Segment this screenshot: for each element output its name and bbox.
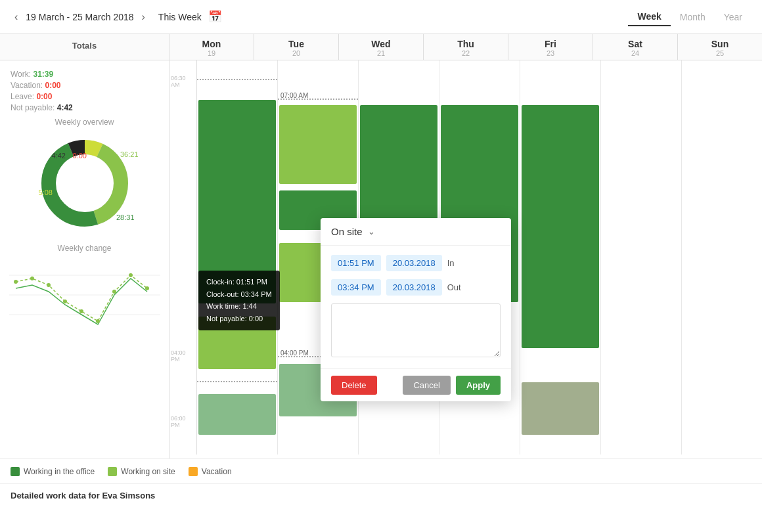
svg-point-15 bbox=[129, 273, 133, 277]
svg-point-16 bbox=[145, 286, 149, 290]
donut-chart: 36:21 28:31 5:08 4:42 0:00 bbox=[32, 131, 137, 236]
day-col-sat bbox=[601, 60, 682, 454]
mon-block-3[interactable] bbox=[198, 394, 276, 435]
svg-point-12 bbox=[79, 309, 83, 313]
day-col-sun bbox=[682, 60, 762, 454]
donut-label-28: 28:31 bbox=[116, 213, 135, 221]
popup-row-1: 01:51 PM 20.03.2018 In bbox=[331, 255, 501, 271]
mon-block-2[interactable] bbox=[198, 317, 276, 369]
day-header-sat: Sat 24 bbox=[593, 34, 678, 60]
popup-title: On site bbox=[331, 226, 363, 237]
day-num-mon: 19 bbox=[169, 49, 254, 57]
svg-point-13 bbox=[96, 319, 100, 323]
time-label-pm2: PM bbox=[171, 422, 180, 428]
legend-office: Working in the office bbox=[11, 467, 95, 476]
weekly-overview-title: Weekly overview bbox=[0, 118, 169, 127]
popup-notes[interactable] bbox=[331, 303, 501, 357]
legend-vacation: Vacation bbox=[189, 467, 232, 476]
popup-footer: Delete Cancel Apply bbox=[321, 368, 511, 401]
legend-onsite-swatch bbox=[108, 467, 117, 476]
this-week-label: This Week bbox=[158, 12, 202, 22]
entry-popup[interactable]: On site ⌄ 01:51 PM 20.03.2018 In 03:34 P… bbox=[321, 218, 511, 401]
popup-out-label: Out bbox=[447, 282, 461, 292]
popup-date-out[interactable]: 20.03.2018 bbox=[386, 279, 442, 296]
view-week-btn[interactable]: Week bbox=[628, 8, 670, 26]
svg-point-14 bbox=[112, 290, 116, 294]
fri-block-2[interactable] bbox=[522, 105, 599, 348]
popup-time-out[interactable]: 03:34 PM bbox=[331, 279, 381, 296]
time-axis: 06:30 AM 04:00 PM 06:00 PM bbox=[169, 60, 197, 454]
day-col-mon bbox=[197, 60, 278, 454]
day-header-mon: Mon 19 bbox=[169, 34, 254, 60]
svg-point-11 bbox=[63, 299, 67, 303]
day-header-thu: Thu 22 bbox=[424, 34, 508, 60]
legend-vacation-swatch bbox=[189, 467, 198, 476]
time-label-630: 06:30 bbox=[171, 75, 186, 81]
time-label-am1: AM bbox=[171, 81, 180, 88]
footer: Detailed work data for Eva Simsons bbox=[0, 483, 762, 507]
totals-header: Totals bbox=[0, 34, 169, 60]
sparkline-chart bbox=[9, 255, 160, 334]
popup-chevron-icon[interactable]: ⌄ bbox=[368, 227, 375, 236]
prev-arrow[interactable]: ‹ bbox=[11, 11, 22, 23]
legend: Working in the office Working on site Va… bbox=[0, 458, 762, 483]
popup-header: On site ⌄ bbox=[321, 218, 511, 246]
svg-point-10 bbox=[47, 283, 51, 287]
donut-label-442: 4:42 bbox=[52, 152, 66, 160]
svg-point-8 bbox=[14, 280, 18, 284]
work-value: 31:39 bbox=[33, 70, 53, 79]
time-label-pm1: PM bbox=[171, 356, 180, 363]
donut-label-36: 36:21 bbox=[120, 150, 139, 158]
day-header-wed: Wed 21 bbox=[339, 34, 424, 60]
apply-button[interactable]: Apply bbox=[456, 376, 501, 395]
mon-block-1[interactable] bbox=[198, 100, 276, 303]
day-col-fri bbox=[520, 60, 601, 454]
legend-onsite: Working on site bbox=[108, 467, 175, 476]
view-month-btn[interactable]: Month bbox=[671, 9, 715, 26]
tue-block-1[interactable] bbox=[279, 105, 357, 184]
day-header-fri: Fri 23 bbox=[508, 34, 593, 60]
notpay-total: Not payable: 4:42 bbox=[11, 103, 158, 112]
popup-in-label: In bbox=[447, 258, 455, 268]
weekly-change-title: Weekly change bbox=[5, 244, 164, 253]
popup-body: 01:51 PM 20.03.2018 In 03:34 PM 20.03.20… bbox=[321, 246, 511, 368]
leave-total: Leave: 0:00 bbox=[11, 92, 158, 101]
svg-point-9 bbox=[30, 277, 34, 280]
day-header-tue: Tue 20 bbox=[254, 34, 339, 60]
calendar-icon[interactable]: 📅 bbox=[208, 10, 222, 24]
delete-button[interactable]: Delete bbox=[331, 376, 377, 395]
popup-time-in[interactable]: 01:51 PM bbox=[331, 255, 381, 271]
donut-label-5: 5:08 bbox=[39, 188, 53, 196]
view-year-btn[interactable]: Year bbox=[715, 9, 751, 26]
time-label-600: 06:00 bbox=[171, 415, 186, 422]
day-header-sun: Sun 25 bbox=[678, 34, 762, 60]
next-arrow[interactable]: › bbox=[138, 11, 149, 23]
vacation-total: Vacation: 0:00 bbox=[11, 81, 158, 90]
time-label-400: 04:00 bbox=[171, 349, 186, 356]
date-range: 19 March - 25 March 2018 bbox=[26, 12, 133, 22]
fri-block-3[interactable] bbox=[522, 382, 599, 435]
popup-row-2: 03:34 PM 20.03.2018 Out bbox=[331, 279, 501, 296]
day-name-mon: Mon bbox=[169, 39, 254, 49]
cancel-button[interactable]: Cancel bbox=[403, 376, 450, 395]
legend-office-swatch bbox=[11, 467, 20, 476]
work-total: Work: 31:39 bbox=[11, 70, 158, 79]
totals-panel: Work: 31:39 Vacation: 0:00 Leave: 0:00 N… bbox=[0, 60, 169, 458]
footer-text: Detailed work data for Eva Simsons bbox=[11, 491, 155, 500]
donut-label-red: 0:00 bbox=[73, 152, 87, 160]
popup-date-in[interactable]: 20.03.2018 bbox=[386, 255, 442, 271]
